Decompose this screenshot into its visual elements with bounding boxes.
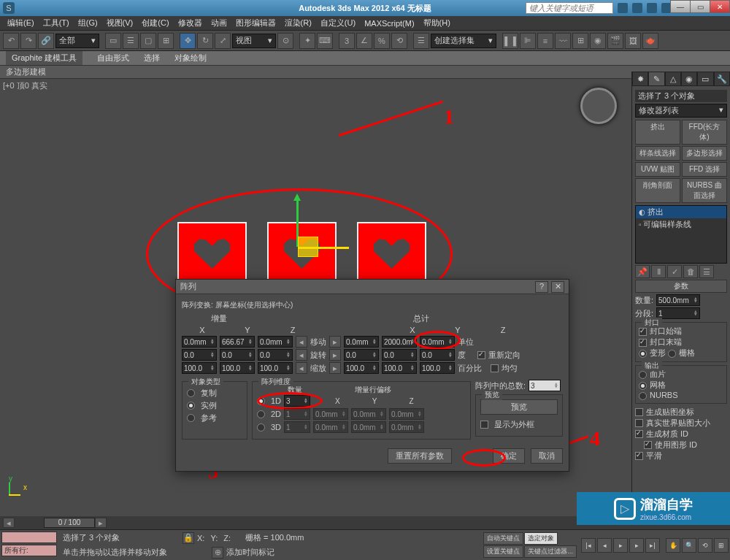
tot-sc-y[interactable]: 100.0 <box>382 362 417 374</box>
next-frame-button[interactable]: ▸ <box>629 538 644 553</box>
goto-end-button[interactable]: ▸| <box>645 538 660 553</box>
tot-sc-x[interactable]: 100.0 <box>344 362 379 374</box>
asnap-button[interactable]: ∠ <box>356 33 372 49</box>
display-tab[interactable]: ▭ <box>697 72 713 86</box>
keymode-button[interactable]: ⌨ <box>317 33 333 49</box>
show-end-button[interactable]: Ⅱ <box>651 265 666 278</box>
morph-radio[interactable] <box>639 350 647 358</box>
maximize-button[interactable]: ▭ <box>690 0 710 13</box>
btn-poly-sel[interactable]: 多边形选择 <box>682 146 727 161</box>
filter-dropdown[interactable]: 全部▾ <box>55 34 99 48</box>
undo-button[interactable]: ↶ <box>3 33 19 49</box>
pan-button[interactable]: ✋ <box>666 538 680 553</box>
tab-objectpaint[interactable]: 对象绘制 <box>174 53 207 64</box>
menu-modifiers[interactable]: 修改器 <box>174 18 207 28</box>
stack-editable-spline[interactable]: ▫ 可编辑样条线 <box>636 218 726 231</box>
rot-left-button[interactable]: ◂ <box>296 349 307 361</box>
script-listener[interactable] <box>1 532 57 543</box>
btn-nurbs-sel[interactable]: NURBS 曲面选择 <box>682 178 727 203</box>
viewport-label[interactable]: [+0 顶0 真实 <box>3 80 47 91</box>
reorient-check[interactable] <box>477 351 485 359</box>
dialog-help-button[interactable]: ? <box>535 281 548 293</box>
genmat-check[interactable] <box>635 430 643 438</box>
wire-check[interactable] <box>480 421 488 429</box>
uniform-check[interactable] <box>491 364 499 372</box>
params-rollout[interactable]: 参数 <box>635 280 727 293</box>
segs-spinner[interactable]: 1 <box>656 307 700 319</box>
menu-customize[interactable]: 自定义(U) <box>316 18 360 28</box>
schematic-button[interactable]: ⊞ <box>572 33 588 49</box>
menu-animation[interactable]: 动画 <box>207 18 231 28</box>
instance-radio[interactable] <box>187 402 195 410</box>
inc-move-z[interactable]: 0.0mm <box>258 336 293 348</box>
cancel-button[interactable]: 取消 <box>531 448 563 464</box>
reference-radio[interactable] <box>187 414 195 422</box>
patch-radio[interactable] <box>639 371 647 379</box>
modify-tab[interactable]: ✎ <box>648 72 664 86</box>
prev-frame-button[interactable]: ◂ <box>597 538 612 553</box>
lock-button[interactable]: 🔒 <box>182 532 194 544</box>
time-tag-button[interactable]: ⊕ <box>212 547 223 559</box>
menu-tools[interactable]: 工具(T) <box>39 18 74 28</box>
btn-uvw[interactable]: UVW 贴图 <box>635 162 680 177</box>
maximize-vp-button[interactable]: ⊞ <box>714 538 729 553</box>
keyfilters-button[interactable]: 关键点过滤器... <box>524 545 577 558</box>
sc-left-button[interactable]: ◂ <box>296 362 307 374</box>
menu-group[interactable]: 组(G) <box>74 18 102 28</box>
genmap-check[interactable] <box>635 408 643 416</box>
modifier-list[interactable]: 修改器列表▾ <box>635 104 727 118</box>
smooth-check[interactable] <box>635 452 643 460</box>
modifier-stack[interactable]: ◐ 挤出 ▫ 可编辑样条线 <box>635 205 727 264</box>
reset-button[interactable]: 重置所有参数 <box>388 448 452 464</box>
time-slider[interactable]: 0 / 100 <box>44 518 95 528</box>
3d-count[interactable]: 1 <box>284 421 310 433</box>
tab-freeform[interactable]: 自由形式 <box>97 53 129 64</box>
play-button[interactable]: ▸ <box>613 538 628 553</box>
menu-rendering[interactable]: 渲染(R) <box>280 18 316 28</box>
move-button[interactable]: ✥ <box>180 33 196 49</box>
inc-rot-y[interactable]: 0.0 <box>220 349 255 361</box>
polymodel-label[interactable]: 多边形建模 <box>6 66 46 77</box>
config-button[interactable]: ☰ <box>699 265 714 278</box>
useshape-check[interactable] <box>644 441 652 449</box>
menu-edit[interactable]: 编辑(E) <box>3 18 39 28</box>
realworld-check[interactable] <box>635 419 643 427</box>
create-tab[interactable]: ✸ <box>632 72 648 86</box>
viewcube[interactable] <box>580 88 617 124</box>
move-left-button[interactable]: ◂ <box>296 336 307 348</box>
selset-dropdown[interactable]: 创建选择集▾ <box>431 34 496 48</box>
btn-extrude[interactable]: 挤出 <box>635 120 680 145</box>
time-next-button[interactable]: ▸ <box>95 518 107 528</box>
inc-rot-x[interactable]: 0.0 <box>182 349 217 361</box>
hierarchy-tab[interactable]: △ <box>665 72 681 86</box>
star-icon[interactable] <box>647 3 657 13</box>
inc-sc-y[interactable]: 100.0 <box>220 362 255 374</box>
menu-grapheditors[interactable]: 图形编辑器 <box>231 18 280 28</box>
zoom-button[interactable]: 🔍 <box>682 538 696 553</box>
menu-maxscript[interactable]: MAXScript(M) <box>360 19 418 28</box>
sc-right-button[interactable]: ▸ <box>329 362 341 374</box>
utilities-tab[interactable]: 🔧 <box>714 72 730 86</box>
comm-icon[interactable] <box>632 3 642 13</box>
nurbs-radio[interactable] <box>639 392 647 400</box>
align-button[interactable]: ⊫ <box>520 33 536 49</box>
psnap-button[interactable]: % <box>374 33 390 49</box>
coord-dropdown[interactable]: 视图▾ <box>232 34 276 48</box>
mirror-button[interactable]: ▌▐ <box>502 33 518 49</box>
btn-chamfer[interactable]: 削角剖面 <box>635 178 680 203</box>
render-button[interactable]: 🫖 <box>642 33 658 49</box>
named-sel-button[interactable]: ☰ <box>413 33 429 49</box>
select-name-button[interactable]: ☰ <box>123 33 139 49</box>
help-search-input[interactable] <box>526 2 613 14</box>
motion-tab[interactable]: ◉ <box>681 72 697 86</box>
mesh-radio[interactable] <box>639 382 647 390</box>
2d-count[interactable]: 1 <box>284 408 310 420</box>
btn-ffd-sel[interactable]: FFD 选择 <box>682 162 727 177</box>
inc-move-y[interactable]: 666.67 <box>220 336 255 348</box>
dialog-close-button[interactable]: ✕ <box>551 281 564 293</box>
tot-move-y[interactable]: 2000.0m <box>382 336 417 348</box>
autokey-button[interactable]: 自动关键点 <box>483 532 523 545</box>
inc-rot-z[interactable]: 0.0 <box>258 349 293 361</box>
tab-selection[interactable]: 选择 <box>144 53 160 64</box>
btn-ffd[interactable]: FFD(长方体) <box>682 120 727 145</box>
